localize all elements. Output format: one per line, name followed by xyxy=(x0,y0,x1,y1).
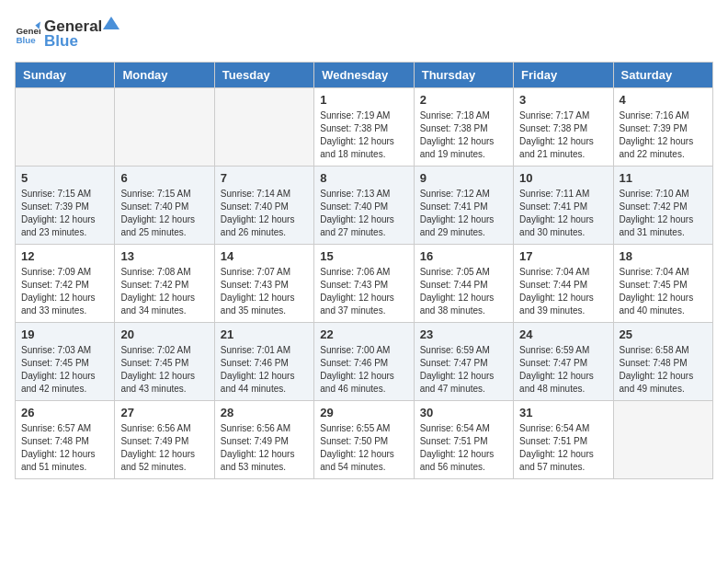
day-info: Sunrise: 7:05 AM Sunset: 7:44 PM Dayligh… xyxy=(420,266,507,317)
svg-text:Blue: Blue xyxy=(16,35,36,45)
day-info: Sunrise: 6:57 AM Sunset: 7:48 PM Dayligh… xyxy=(21,422,108,474)
day-number: 14 xyxy=(221,249,308,263)
day-info: Sunrise: 7:18 AM Sunset: 7:38 PM Dayligh… xyxy=(420,109,507,161)
day-number: 24 xyxy=(519,327,607,341)
calendar-cell: 5Sunrise: 7:15 AM Sunset: 7:39 PM Daylig… xyxy=(16,167,115,245)
calendar-cell: 7Sunrise: 7:14 AM Sunset: 7:40 PM Daylig… xyxy=(214,167,313,245)
weekday-header-saturday: Saturday xyxy=(613,63,712,88)
calendar-cell: 10Sunrise: 7:11 AM Sunset: 7:41 PM Dayli… xyxy=(514,167,613,245)
calendar-cell: 19Sunrise: 7:03 AM Sunset: 7:45 PM Dayli… xyxy=(16,323,115,401)
calendar-cell: 20Sunrise: 7:02 AM Sunset: 7:45 PM Dayli… xyxy=(115,323,214,401)
weekday-header-tuesday: Tuesday xyxy=(214,63,313,88)
day-info: Sunrise: 7:19 AM Sunset: 7:38 PM Dayligh… xyxy=(320,109,407,161)
day-number: 30 xyxy=(420,406,507,419)
calendar-cell: 23Sunrise: 6:59 AM Sunset: 7:47 PM Dayli… xyxy=(414,323,513,401)
calendar-cell: 18Sunrise: 7:04 AM Sunset: 7:45 PM Dayli… xyxy=(613,245,712,323)
day-info: Sunrise: 7:04 AM Sunset: 7:44 PM Dayligh… xyxy=(519,266,607,317)
calendar-cell: 31Sunrise: 6:54 AM Sunset: 7:51 PM Dayli… xyxy=(514,401,613,479)
day-number: 4 xyxy=(620,93,707,107)
calendar-cell: 2Sunrise: 7:18 AM Sunset: 7:38 PM Daylig… xyxy=(414,88,513,167)
day-info: Sunrise: 6:54 AM Sunset: 7:51 PM Dayligh… xyxy=(420,422,507,474)
day-number: 19 xyxy=(21,327,108,341)
day-info: Sunrise: 7:00 AM Sunset: 7:46 PM Dayligh… xyxy=(320,344,407,396)
page-header: General Blue General Blue xyxy=(15,15,713,51)
calendar-cell: 21Sunrise: 7:01 AM Sunset: 7:46 PM Dayli… xyxy=(214,323,313,401)
calendar-cell: 8Sunrise: 7:13 AM Sunset: 7:40 PM Daylig… xyxy=(314,167,414,245)
weekday-header-row: SundayMondayTuesdayWednesdayThursdayFrid… xyxy=(16,63,713,88)
day-number: 13 xyxy=(120,249,208,263)
calendar-cell: 1Sunrise: 7:19 AM Sunset: 7:38 PM Daylig… xyxy=(314,88,414,167)
calendar-cell: 9Sunrise: 7:12 AM Sunset: 7:41 PM Daylig… xyxy=(414,167,513,245)
calendar-cell: 29Sunrise: 6:55 AM Sunset: 7:50 PM Dayli… xyxy=(314,401,414,479)
day-number: 28 xyxy=(221,406,308,419)
day-info: Sunrise: 6:59 AM Sunset: 7:47 PM Dayligh… xyxy=(519,344,607,396)
day-number: 11 xyxy=(620,171,707,185)
weekday-header-wednesday: Wednesday xyxy=(314,63,414,88)
calendar-cell: 6Sunrise: 7:15 AM Sunset: 7:40 PM Daylig… xyxy=(115,167,214,245)
day-number: 20 xyxy=(120,327,208,341)
logo-triangle-icon xyxy=(103,15,119,31)
day-number: 17 xyxy=(519,249,607,263)
calendar-cell: 4Sunrise: 7:16 AM Sunset: 7:39 PM Daylig… xyxy=(613,88,712,167)
day-number: 6 xyxy=(120,171,208,185)
day-number: 23 xyxy=(420,327,507,341)
day-info: Sunrise: 6:56 AM Sunset: 7:49 PM Dayligh… xyxy=(221,422,308,474)
calendar-cell xyxy=(214,88,313,167)
logo-icon: General Blue xyxy=(15,20,40,46)
day-number: 10 xyxy=(519,171,607,185)
calendar-cell xyxy=(16,88,115,167)
calendar-cell: 30Sunrise: 6:54 AM Sunset: 7:51 PM Dayli… xyxy=(414,401,513,479)
calendar-week-row: 5Sunrise: 7:15 AM Sunset: 7:39 PM Daylig… xyxy=(16,167,713,245)
svg-marker-3 xyxy=(103,17,119,29)
day-info: Sunrise: 7:04 AM Sunset: 7:45 PM Dayligh… xyxy=(620,266,707,317)
calendar-cell: 26Sunrise: 6:57 AM Sunset: 7:48 PM Dayli… xyxy=(16,401,115,479)
day-info: Sunrise: 7:03 AM Sunset: 7:45 PM Dayligh… xyxy=(21,344,108,396)
day-info: Sunrise: 7:11 AM Sunset: 7:41 PM Dayligh… xyxy=(519,188,607,239)
day-number: 9 xyxy=(420,171,507,185)
day-number: 12 xyxy=(21,249,108,263)
weekday-header-thursday: Thursday xyxy=(414,63,513,88)
day-info: Sunrise: 7:17 AM Sunset: 7:38 PM Dayligh… xyxy=(519,109,607,161)
day-number: 25 xyxy=(620,327,707,341)
weekday-header-monday: Monday xyxy=(115,63,214,88)
day-number: 22 xyxy=(320,327,407,341)
weekday-header-sunday: Sunday xyxy=(16,63,115,88)
day-number: 21 xyxy=(221,327,308,341)
day-info: Sunrise: 7:14 AM Sunset: 7:40 PM Dayligh… xyxy=(221,188,308,239)
day-info: Sunrise: 7:09 AM Sunset: 7:42 PM Dayligh… xyxy=(21,266,108,317)
day-info: Sunrise: 7:10 AM Sunset: 7:42 PM Dayligh… xyxy=(620,188,707,239)
day-number: 29 xyxy=(320,406,407,419)
calendar-week-row: 1Sunrise: 7:19 AM Sunset: 7:38 PM Daylig… xyxy=(16,88,713,167)
weekday-header-friday: Friday xyxy=(514,63,613,88)
day-info: Sunrise: 7:15 AM Sunset: 7:39 PM Dayligh… xyxy=(21,188,108,239)
day-info: Sunrise: 7:07 AM Sunset: 7:43 PM Dayligh… xyxy=(221,266,308,317)
day-info: Sunrise: 7:13 AM Sunset: 7:40 PM Dayligh… xyxy=(320,188,407,239)
day-number: 27 xyxy=(120,406,208,419)
day-info: Sunrise: 7:12 AM Sunset: 7:41 PM Dayligh… xyxy=(420,188,507,239)
day-info: Sunrise: 7:15 AM Sunset: 7:40 PM Dayligh… xyxy=(120,188,208,239)
day-number: 16 xyxy=(420,249,507,263)
calendar-cell: 3Sunrise: 7:17 AM Sunset: 7:38 PM Daylig… xyxy=(514,88,613,167)
day-number: 5 xyxy=(21,171,108,185)
day-number: 15 xyxy=(320,249,407,263)
logo: General Blue General Blue xyxy=(15,15,120,51)
day-info: Sunrise: 7:01 AM Sunset: 7:46 PM Dayligh… xyxy=(221,344,308,396)
day-info: Sunrise: 7:16 AM Sunset: 7:39 PM Dayligh… xyxy=(620,109,707,161)
calendar-cell: 24Sunrise: 6:59 AM Sunset: 7:47 PM Dayli… xyxy=(514,323,613,401)
calendar-cell: 15Sunrise: 7:06 AM Sunset: 7:43 PM Dayli… xyxy=(314,245,414,323)
calendar-table: SundayMondayTuesdayWednesdayThursdayFrid… xyxy=(15,62,713,479)
day-info: Sunrise: 7:02 AM Sunset: 7:45 PM Dayligh… xyxy=(120,344,208,396)
calendar-cell: 11Sunrise: 7:10 AM Sunset: 7:42 PM Dayli… xyxy=(613,167,712,245)
day-number: 31 xyxy=(519,406,607,419)
day-number: 3 xyxy=(519,93,607,107)
calendar-cell: 27Sunrise: 6:56 AM Sunset: 7:49 PM Dayli… xyxy=(115,401,214,479)
calendar-cell: 17Sunrise: 7:04 AM Sunset: 7:44 PM Dayli… xyxy=(514,245,613,323)
day-number: 8 xyxy=(320,171,407,185)
calendar-week-row: 26Sunrise: 6:57 AM Sunset: 7:48 PM Dayli… xyxy=(16,401,713,479)
day-number: 7 xyxy=(221,171,308,185)
calendar-cell: 14Sunrise: 7:07 AM Sunset: 7:43 PM Dayli… xyxy=(214,245,313,323)
calendar-cell: 25Sunrise: 6:58 AM Sunset: 7:48 PM Dayli… xyxy=(613,323,712,401)
calendar-cell: 13Sunrise: 7:08 AM Sunset: 7:42 PM Dayli… xyxy=(115,245,214,323)
day-info: Sunrise: 6:59 AM Sunset: 7:47 PM Dayligh… xyxy=(420,344,507,396)
day-number: 18 xyxy=(620,249,707,263)
